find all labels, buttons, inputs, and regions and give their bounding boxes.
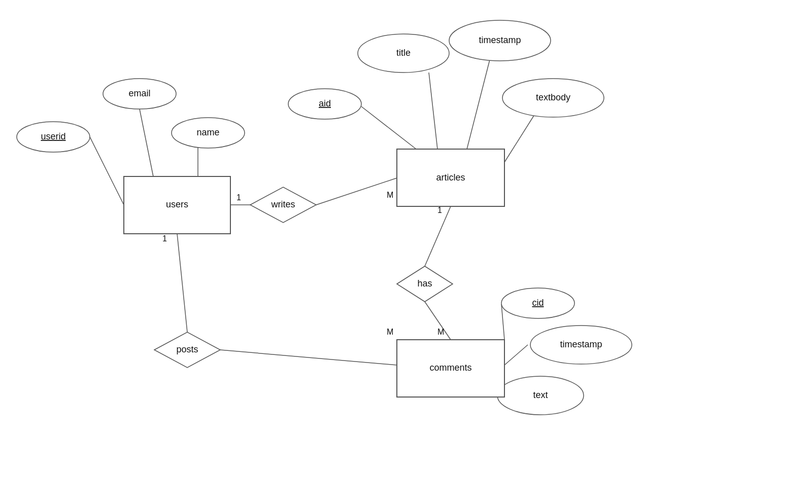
attr-userid-label: userid	[41, 131, 65, 141]
attr-email-label: email	[128, 88, 150, 98]
rel-posts-label: posts	[176, 344, 198, 354]
attr-text-label: text	[533, 390, 548, 400]
attr-title-label: title	[396, 48, 411, 58]
entity-users-label: users	[166, 199, 188, 209]
connector-timestamp1-articles	[467, 60, 490, 149]
cardinality-writes-articles: M	[387, 191, 393, 199]
cardinality-articles-has: 1	[437, 206, 442, 214]
connector-timestamp2-comments	[504, 345, 528, 365]
attr-timestamp1-label: timestamp	[479, 35, 521, 45]
cardinality-users-posts: 1	[162, 234, 167, 243]
attr-textbody-label: textbody	[536, 92, 570, 102]
attr-timestamp2-label: timestamp	[560, 339, 602, 349]
attr-aid-label: aid	[319, 98, 331, 109]
attr-cid-label: cid	[532, 298, 544, 308]
entity-articles-label: articles	[436, 172, 465, 183]
connector-textbody-articles	[504, 116, 534, 162]
connector-aid-articles	[361, 106, 416, 149]
cardinality-has-comments: M	[437, 328, 444, 336]
attr-name-label: name	[196, 127, 219, 137]
connector-email-users	[140, 109, 153, 176]
rel-has-label: has	[417, 278, 432, 289]
cardinality-users-writes: 1	[236, 193, 241, 202]
rel-writes-label: writes	[270, 199, 295, 209]
connector-articles-has	[425, 206, 451, 266]
connector-title-articles	[429, 73, 437, 149]
connector-cid-comments	[501, 304, 504, 340]
entity-comments-label: comments	[429, 363, 471, 373]
connector-writes-articles	[316, 178, 397, 205]
connector-posts-comments	[220, 350, 397, 365]
er-diagram: 1 M 1 M 1 M userid email name aid title …	[0, 0, 812, 504]
connector-userid-users	[90, 137, 124, 205]
cardinality-posts-comments: M	[387, 328, 393, 336]
connector-users-posts	[177, 234, 187, 332]
